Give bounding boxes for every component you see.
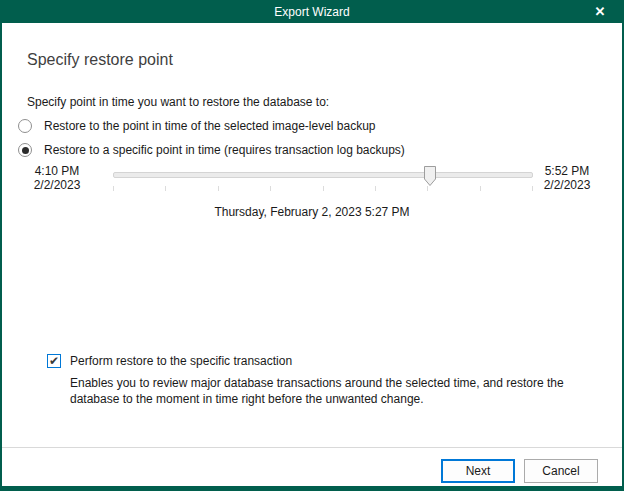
window-border-bottom xyxy=(0,486,624,491)
slider-start-date: 2/2/2023 xyxy=(25,178,89,192)
wizard-content: Specify restore point Specify point in t… xyxy=(2,23,622,447)
check-icon: ✔ xyxy=(49,355,59,367)
perform-restore-transaction-checkbox-row[interactable]: ✔ Perform restore to the specific transa… xyxy=(47,354,292,368)
restore-point-slider-track[interactable] xyxy=(113,172,533,178)
radio-option-image-level-backup[interactable]: Restore to the point in time of the sele… xyxy=(18,118,376,134)
titlebar: Export Wizard ✕ xyxy=(0,0,624,23)
page-title: Specify restore point xyxy=(27,51,173,69)
slider-tick xyxy=(323,186,324,191)
slider-tick xyxy=(480,186,481,191)
window-title: Export Wizard xyxy=(274,5,349,19)
slider-start-time: 4:10 PM xyxy=(25,164,89,178)
cancel-button[interactable]: Cancel xyxy=(524,459,598,483)
window-border-left xyxy=(0,0,2,491)
radio-label: Restore to the point in time of the sele… xyxy=(44,119,376,133)
slider-tick xyxy=(270,186,271,191)
slider-end-time: 5:52 PM xyxy=(535,164,599,178)
slider-tick xyxy=(427,186,428,191)
selected-restore-datetime: Thursday, February 2, 2023 5:27 PM xyxy=(2,205,622,219)
slider-end-date: 2/2/2023 xyxy=(535,178,599,192)
footer-button-bar: Next Cancel xyxy=(2,448,622,486)
slider-thumb[interactable] xyxy=(424,166,436,186)
slider-tick xyxy=(375,186,376,191)
slider-tick xyxy=(165,186,166,191)
checkbox-checked-icon[interactable]: ✔ xyxy=(47,354,61,368)
slider-tick xyxy=(218,186,219,191)
slider-tick-marks xyxy=(113,186,533,191)
close-button[interactable]: ✕ xyxy=(584,0,616,23)
export-wizard-window: Export Wizard ✕ Specify restore point Sp… xyxy=(0,0,624,491)
checkbox-description: Enables you to review major database tra… xyxy=(70,376,572,407)
slider-tick xyxy=(532,186,533,191)
slider-thumb-icon xyxy=(424,166,436,186)
next-button[interactable]: Next xyxy=(441,459,515,483)
slider-end-label: 5:52 PM 2/2/2023 xyxy=(535,164,599,192)
checkbox-label: Perform restore to the specific transact… xyxy=(70,354,292,368)
instruction-label: Specify point in time you want to restor… xyxy=(27,95,329,109)
slider-tick xyxy=(113,186,114,191)
radio-option-specific-point[interactable]: Restore to a specific point in time (req… xyxy=(18,142,405,158)
slider-start-label: 4:10 PM 2/2/2023 xyxy=(25,164,89,192)
radio-icon-unselected[interactable] xyxy=(18,119,32,133)
radio-icon-selected[interactable] xyxy=(18,143,32,157)
close-icon: ✕ xyxy=(595,4,606,19)
radio-label: Restore to a specific point in time (req… xyxy=(44,143,405,157)
